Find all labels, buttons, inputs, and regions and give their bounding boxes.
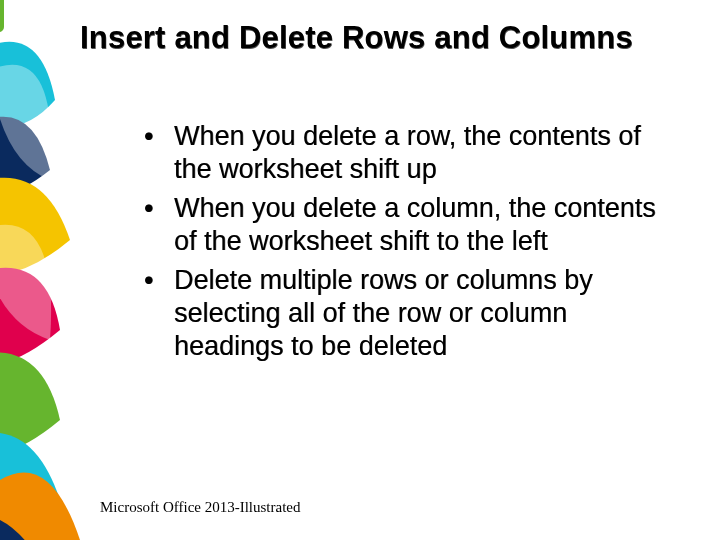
bullet-list: When you delete a row, the contents of t…: [140, 120, 680, 363]
slide-title: Insert and Delete Rows and Columns: [80, 20, 710, 56]
slide-body: When you delete a row, the contents of t…: [140, 120, 680, 369]
bullet-item: Delete multiple rows or columns by selec…: [140, 264, 680, 363]
bullet-item: When you delete a column, the contents o…: [140, 192, 680, 258]
slide: Insert and Delete Rows and Columns When …: [0, 0, 720, 540]
svg-rect-1: [0, 0, 4, 32]
footer-text: Microsoft Office 2013-Illustrated: [100, 499, 301, 516]
bullet-item: When you delete a row, the contents of t…: [140, 120, 680, 186]
decorative-shapes: [0, 0, 120, 540]
